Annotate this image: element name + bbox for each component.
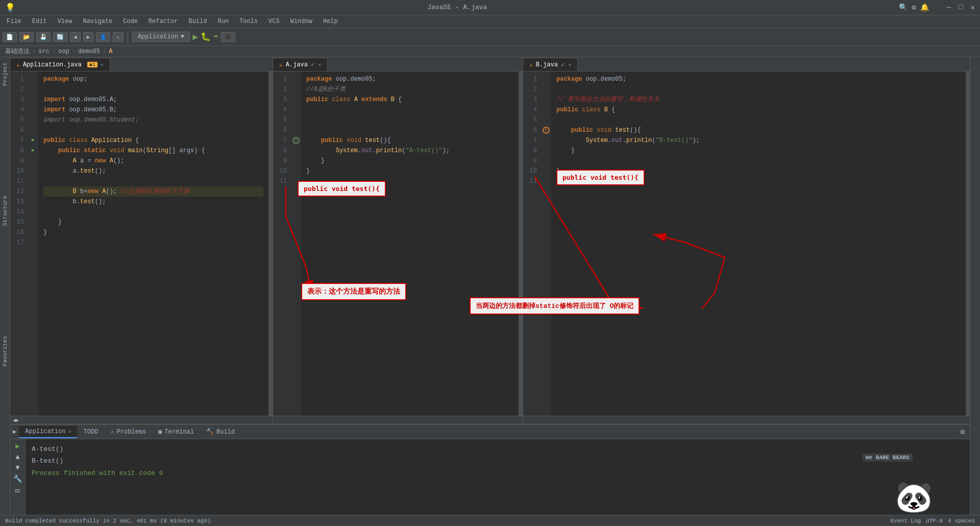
wrench-button[interactable]: 🔧 — [13, 474, 22, 483]
cursor-button[interactable]: ↖ — [113, 32, 124, 42]
run-again-button[interactable]: ▶ — [15, 442, 19, 450]
run-gutter-8[interactable]: ▶ — [28, 146, 38, 156]
editor-status-2 — [273, 416, 523, 424]
menu-edit[interactable]: Edit — [28, 17, 51, 26]
tab-todo[interactable]: TODO — [77, 426, 104, 438]
run-sidebar: ▶ ▲ ▼ 🔧 ⚌ — [10, 439, 26, 526]
app-icon: 💡 — [5, 3, 15, 13]
run-tab-icon: ▶ — [10, 428, 19, 436]
menu-view[interactable]: View — [54, 17, 77, 26]
output-line-1: A-test() — [32, 443, 964, 455]
menu-window[interactable]: Window — [286, 17, 316, 26]
minimize-button[interactable]: — — [947, 3, 951, 12]
tab-close-1[interactable]: ✕ — [101, 62, 104, 68]
scrollbar-2[interactable] — [519, 71, 523, 416]
output-line-4: Process finished with exit code 0 — [32, 467, 964, 479]
project-panel-button[interactable]: Project — [1, 60, 9, 88]
coverage-button[interactable]: ☂ — [213, 32, 218, 42]
menu-code[interactable]: Code — [119, 17, 142, 26]
tab-terminal[interactable]: ▣ Terminal — [152, 426, 200, 438]
menu-tools[interactable]: Tools — [235, 17, 262, 26]
menu-navigate[interactable]: Navigate — [79, 17, 116, 26]
tab-problems[interactable]: ⚠ Problems — [104, 426, 152, 438]
maximize-button[interactable]: □ — [959, 3, 963, 12]
breadcrumb-a[interactable]: A — [109, 48, 112, 55]
tab-a-java[interactable]: ☕ A.java ✓ ✕ — [273, 58, 328, 71]
breadcrumb-sep2: › — [52, 48, 56, 55]
run-config-dropdown[interactable]: Application ▼ — [132, 32, 190, 42]
tab-application-java[interactable]: ☕ Application.java ▲1 ✕ — [10, 58, 110, 71]
run-button[interactable]: ▶ — [192, 31, 198, 42]
title-bar-left: 💡 — [5, 3, 15, 13]
editor-area: ☕ Application.java ▲1 ✕ 12345 678910 111… — [10, 57, 970, 526]
navigate-button[interactable]: 👤 — [96, 32, 110, 42]
structure-panel-button[interactable]: Structure — [1, 193, 9, 228]
run-gutter-7[interactable]: ▶ — [28, 135, 38, 146]
title-bar: 💡 JavaSE - A.java 🔍 ⚙ 🔔 — □ ✕ — [0, 0, 980, 15]
tab-b-java[interactable]: ☕ B.java ✓ ✕ — [523, 58, 578, 71]
event-log-button[interactable]: Event Log — [891, 518, 921, 524]
close-button[interactable]: ✕ — [971, 3, 975, 12]
panel-settings-icon[interactable]: ⚙ — [961, 427, 970, 436]
tab-close-3[interactable]: ✕ — [568, 62, 571, 68]
breadcrumb-root[interactable]: 基础语法 — [5, 47, 30, 56]
favorites-panel-button[interactable]: Favorites — [1, 333, 9, 369]
open-button[interactable]: 📂 — [19, 32, 34, 42]
breadcrumb-oop[interactable]: oop — [58, 48, 69, 55]
unfold-icon[interactable]: ▶ — [16, 417, 19, 423]
scrollbar-3[interactable] — [966, 71, 970, 416]
terminal-tab-label: Terminal — [164, 428, 194, 436]
menu-file[interactable]: File — [3, 17, 26, 26]
override-marker-a[interactable]: O — [291, 135, 301, 146]
menu-refactor[interactable]: Refactor — [144, 17, 182, 26]
back-button[interactable]: ◀ — [70, 32, 81, 42]
title-bar-center: JavaSE - A.java — [427, 4, 487, 11]
menu-help[interactable]: Help — [319, 17, 342, 26]
save-button[interactable]: 💾 — [36, 32, 51, 42]
refresh-button[interactable]: 🔄 — [53, 32, 67, 42]
menu-run[interactable]: Run — [213, 17, 233, 26]
format-button[interactable]: ⚌ — [14, 486, 21, 494]
bottom-panel: ▶ Application ✕ TODO ⚠ Problems ▣ Termin… — [10, 424, 970, 526]
scroll-up-button[interactable]: ▲ — [15, 453, 19, 461]
java-icon-1: ☕ — [16, 61, 20, 68]
stop-button[interactable]: ⬛ — [221, 32, 235, 42]
checkmark-b: ✓ — [561, 60, 565, 69]
indent-label[interactable]: 4 spaces — [948, 518, 975, 524]
run-tab-label: Application — [25, 428, 65, 435]
breadcrumb-src[interactable]: src — [38, 48, 50, 55]
run-config-arrow: ▼ — [181, 33, 184, 40]
run-panel: ▶ ▲ ▼ 🔧 ⚌ A-test() B-test() Process fini… — [10, 439, 970, 526]
forward-button[interactable]: ▶ — [83, 32, 94, 42]
settings-icon[interactable]: ⚙ — [912, 3, 916, 12]
breadcrumb-demo05[interactable]: demo05 — [78, 48, 100, 55]
notifications-icon[interactable]: 🔔 — [920, 3, 929, 12]
menu-vcs[interactable]: VCS — [264, 17, 284, 26]
tab-build[interactable]: 🔨 Build — [200, 426, 241, 438]
tab-bar-1: ☕ Application.java ▲1 ✕ — [10, 57, 273, 71]
tab-run[interactable]: Application ✕ — [19, 426, 77, 438]
scroll-down-button[interactable]: ▼ — [15, 464, 19, 472]
tab-application-label: Application.java — [23, 61, 82, 68]
run-tab-close[interactable]: ✕ — [68, 428, 71, 435]
terminal-icon: ▣ — [158, 428, 162, 436]
new-file-button[interactable]: 📄 — [3, 32, 17, 42]
override-marker-b[interactable]: O — [541, 125, 551, 135]
scrollbar-1[interactable] — [268, 71, 273, 416]
search-icon[interactable]: 🔍 — [899, 3, 908, 12]
menu-build[interactable]: Build — [184, 17, 211, 26]
toolbar-separator — [128, 32, 128, 42]
java-icon-3: ☕ — [529, 61, 533, 68]
editor-content-1: 12345 678910 1112131415 1617 ▶ ▶ — [10, 71, 273, 416]
output-line-2: B-test() — [32, 455, 964, 467]
breadcrumb: 基础语法 › src › oop › demo05 › A — [0, 46, 980, 57]
menu-bar: File Edit View Navigate Code Refactor Bu… — [0, 15, 980, 28]
debug-button[interactable]: 🐛 — [201, 32, 211, 42]
breadcrumb-sep4: › — [103, 48, 106, 55]
tab-close-2[interactable]: ✕ — [318, 62, 321, 68]
breadcrumb-sep1: › — [32, 48, 36, 55]
tab-bar-3: ☕ B.java ✓ ✕ — [523, 57, 970, 71]
main-layout: Project Structure Favorites ☕ Applicatio… — [0, 57, 980, 526]
encoding-label[interactable]: UTF-8 — [926, 518, 943, 524]
gutter-1: ▶ ▶ — [28, 71, 38, 416]
